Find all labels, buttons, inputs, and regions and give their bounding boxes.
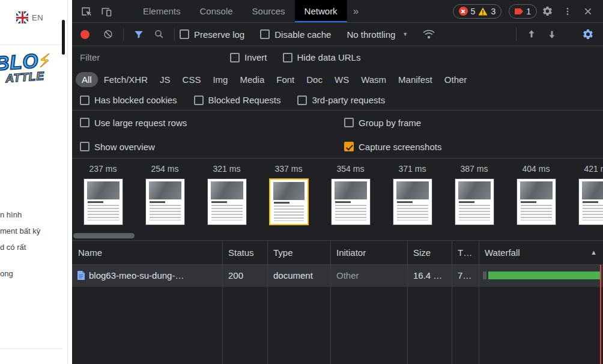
column-header-initiator[interactable]: Initiator bbox=[330, 241, 407, 264]
chip-all[interactable]: All bbox=[76, 72, 98, 87]
issue-count: 1 bbox=[526, 7, 531, 16]
column-divider[interactable] bbox=[222, 241, 223, 364]
tab-elements[interactable]: Elements bbox=[133, 0, 190, 22]
filmstrip-frame[interactable]: 237 ms bbox=[72, 159, 134, 232]
checkbox-icon bbox=[80, 96, 89, 105]
inspect-element-icon[interactable] bbox=[76, 2, 96, 20]
column-header-time[interactable]: T… bbox=[452, 241, 479, 264]
filmstrip-frame[interactable]: 354 ms bbox=[320, 159, 381, 232]
capture-screenshots-checkbox[interactable]: Capture screenshots bbox=[344, 135, 603, 159]
clear-network-log-icon[interactable] bbox=[98, 25, 118, 43]
tab-console[interactable]: Console bbox=[190, 0, 243, 22]
column-divider[interactable] bbox=[330, 241, 331, 364]
close-devtools-icon[interactable] bbox=[578, 2, 598, 20]
column-header-type[interactable]: Type bbox=[267, 241, 330, 264]
toolbar-divider bbox=[174, 28, 175, 41]
uk-flag-icon bbox=[16, 11, 28, 23]
frame-timestamp: 371 ms bbox=[399, 164, 426, 174]
frame-thumbnail bbox=[393, 178, 432, 225]
request-waterfall-cell bbox=[479, 265, 603, 286]
filter-input[interactable] bbox=[80, 52, 230, 62]
checkbox-icon bbox=[344, 118, 354, 127]
more-options-icon[interactable] bbox=[557, 2, 578, 20]
network-conditions-icon[interactable] bbox=[419, 25, 439, 43]
invert-label: Invert bbox=[244, 52, 267, 62]
search-icon[interactable] bbox=[149, 25, 169, 43]
frame-timestamp: 404 ms bbox=[523, 164, 550, 174]
column-divider[interactable] bbox=[452, 241, 452, 364]
use-large-request-rows-checkbox[interactable]: Use large request rows bbox=[80, 111, 344, 135]
chip-font[interactable]: Font bbox=[270, 72, 300, 87]
network-settings-gear-icon[interactable] bbox=[578, 25, 598, 43]
blocked-requests-checkbox[interactable]: Blocked Requests bbox=[194, 95, 281, 105]
export-har-icon[interactable] bbox=[521, 25, 542, 43]
frame-thumbnail bbox=[207, 178, 247, 225]
record-network-log-button[interactable] bbox=[80, 30, 89, 39]
column-header-status[interactable]: Status bbox=[222, 241, 267, 264]
hide-data-urls-label: Hide data URLs bbox=[297, 52, 361, 62]
request-size: 16.4 … bbox=[407, 265, 452, 286]
chip-wasm[interactable]: Wasm bbox=[355, 72, 392, 87]
chip-doc[interactable]: Doc bbox=[300, 72, 329, 87]
chip-img[interactable]: Img bbox=[207, 72, 234, 87]
chip-js[interactable]: JS bbox=[154, 72, 177, 87]
document-icon bbox=[77, 271, 85, 280]
throttling-value: No throttling bbox=[347, 29, 395, 40]
column-header-waterfall[interactable]: Waterfall▲ bbox=[479, 241, 603, 264]
filmstrip-frame-selected[interactable]: 337 ms bbox=[258, 159, 320, 232]
group-by-frame-checkbox[interactable]: Group by frame bbox=[344, 111, 603, 135]
site-logo[interactable]: BLO⚡ ATTLE bbox=[0, 49, 53, 86]
filter-funnel-icon[interactable] bbox=[129, 25, 149, 43]
show-overview-checkbox[interactable]: Show overview bbox=[80, 135, 344, 159]
more-tabs-chevron-icon[interactable]: » bbox=[347, 5, 365, 17]
language-switcher[interactable]: EN bbox=[16, 11, 43, 23]
chip-media[interactable]: Media bbox=[234, 72, 270, 87]
settings-gear-icon[interactable] bbox=[537, 2, 557, 20]
page-text-fragment: ong bbox=[0, 269, 13, 278]
import-har-icon[interactable] bbox=[542, 25, 562, 43]
filmstrip-scrollbar-thumb[interactable] bbox=[73, 233, 135, 238]
network-toolbar-right bbox=[511, 25, 603, 43]
request-type: document bbox=[267, 265, 330, 286]
frame-timestamp: 237 ms bbox=[89, 164, 117, 174]
has-blocked-cookies-checkbox[interactable]: Has blocked cookies bbox=[80, 95, 177, 105]
console-errors-warnings-badge[interactable]: 5 3 bbox=[453, 4, 502, 19]
column-header-name[interactable]: Name bbox=[72, 241, 222, 264]
network-toolbar: Preserve log Disable cache No throttling… bbox=[72, 23, 603, 46]
column-divider[interactable] bbox=[267, 241, 268, 364]
checkbox-icon bbox=[260, 29, 270, 39]
filmstrip-frame[interactable]: 404 ms bbox=[505, 159, 567, 232]
chip-ws[interactable]: WS bbox=[329, 72, 355, 87]
column-divider[interactable] bbox=[407, 241, 408, 364]
page-scrollbar-thumb[interactable] bbox=[62, 20, 65, 55]
chip-fetch-xhr[interactable]: Fetch/XHR bbox=[98, 72, 154, 87]
throttling-dropdown[interactable]: No throttling ▼ bbox=[347, 29, 408, 40]
tab-network[interactable]: Network bbox=[295, 0, 347, 22]
toolbar-divider bbox=[516, 28, 517, 41]
frame-timestamp: 337 ms bbox=[275, 164, 303, 174]
preserve-log-checkbox[interactable]: Preserve log bbox=[180, 29, 244, 40]
filmstrip-frame[interactable]: 421 ms bbox=[567, 159, 603, 232]
invert-checkbox[interactable]: Invert bbox=[230, 52, 267, 62]
tab-sources[interactable]: Sources bbox=[243, 0, 295, 22]
chip-other[interactable]: Other bbox=[438, 72, 473, 87]
third-party-requests-checkbox[interactable]: 3rd-party requests bbox=[297, 95, 385, 105]
issues-badge[interactable]: 1 bbox=[509, 4, 537, 19]
column-header-size[interactable]: Size bbox=[407, 241, 452, 264]
blocked-requests-label: Blocked Requests bbox=[208, 95, 281, 105]
filmstrip-frame[interactable]: 371 ms bbox=[381, 159, 443, 232]
hide-data-urls-checkbox[interactable]: Hide data URLs bbox=[283, 52, 361, 62]
disable-cache-checkbox[interactable]: Disable cache bbox=[260, 29, 331, 40]
has-blocked-cookies-label: Has blocked cookies bbox=[94, 95, 177, 105]
chip-manifest[interactable]: Manifest bbox=[392, 72, 438, 87]
column-divider[interactable] bbox=[479, 241, 479, 364]
filmstrip-frame[interactable]: 254 ms bbox=[134, 159, 196, 232]
devtools-tabbar: Elements Console Sources Network » 5 3 1 bbox=[72, 0, 603, 23]
devtools-panel: Elements Console Sources Network » 5 3 1 bbox=[72, 0, 603, 364]
preserve-log-label: Preserve log bbox=[194, 29, 244, 40]
request-row[interactable]: blog63-meo-su-dung-… 200 document Other … bbox=[72, 265, 603, 287]
chip-css[interactable]: CSS bbox=[177, 72, 207, 87]
filmstrip-frame[interactable]: 321 ms bbox=[196, 159, 258, 232]
filmstrip-frame[interactable]: 387 ms bbox=[443, 159, 505, 232]
device-toolbar-icon[interactable] bbox=[96, 2, 117, 20]
